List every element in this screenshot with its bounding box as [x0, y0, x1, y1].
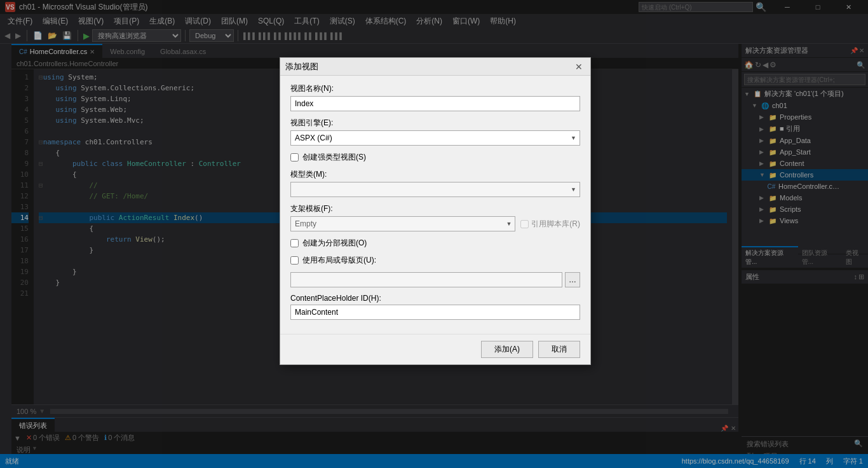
strong-typed-checkbox[interactable]	[290, 153, 299, 162]
view-name-label: 视图名称(N):	[290, 83, 580, 94]
master-page-checkbox[interactable]	[290, 256, 299, 265]
content-placeholder-input[interactable]	[290, 305, 580, 320]
master-page-row: 使用布局或母版页(U):	[290, 255, 580, 266]
partial-view-checkbox[interactable]	[290, 239, 299, 247]
scaffold-row: Empty Create Delete Details Edit List 引用…	[290, 216, 580, 231]
model-type-wrapper	[290, 182, 580, 197]
model-type-select[interactable]	[290, 182, 580, 197]
cancel-button[interactable]: 取消	[538, 341, 580, 358]
add-view-dialog: 添加视图 ✕ 视图名称(N): 视图引擎(E): ASPX (C#) Razor…	[280, 57, 591, 365]
dialog-title-text: 添加视图	[285, 61, 318, 72]
scaffold-group: 支架模板(F): Empty Create Delete Details Edi…	[290, 203, 580, 231]
view-engine-select[interactable]: ASPX (C#) Razor (C#) ASPX (VB) Razor (VB…	[290, 130, 580, 146]
dialog-body: 视图名称(N): 视图引擎(E): ASPX (C#) Razor (C#) A…	[280, 76, 590, 334]
strong-typed-row: 创建强类型视图(S)	[290, 152, 580, 163]
model-type-group: 模型类(M):	[290, 169, 580, 197]
master-page-input-group: …	[290, 272, 580, 287]
view-name-input[interactable]	[290, 96, 580, 111]
view-name-group: 视图名称(N):	[290, 83, 580, 111]
dialog-overlay: 添加视图 ✕ 视图名称(N): 视图引擎(E): ASPX (C#) Razor…	[0, 0, 868, 468]
add-button[interactable]: 添加(A)	[481, 341, 533, 358]
view-engine-wrapper: ASPX (C#) Razor (C#) ASPX (VB) Razor (VB…	[290, 130, 580, 146]
scaffold-wrapper: Empty Create Delete Details Edit List	[290, 216, 515, 231]
scaffold-label: 支架模板(F):	[290, 203, 580, 214]
master-page-browse-button[interactable]: …	[565, 272, 580, 287]
ref-script-row: 引用脚本库(R)	[520, 219, 580, 230]
ref-script-label: 引用脚本库(R)	[531, 219, 580, 230]
partial-view-label: 创建为分部视图(O)	[302, 238, 367, 249]
ref-script-checkbox[interactable]	[520, 220, 529, 228]
view-engine-label: 视图引擎(E):	[290, 118, 580, 128]
dialog-footer: 添加(A) 取消	[280, 334, 590, 364]
master-page-label: 使用布局或母版页(U):	[302, 255, 376, 266]
view-engine-group: 视图引擎(E): ASPX (C#) Razor (C#) ASPX (VB) …	[290, 118, 580, 146]
content-placeholder-group: ContentPlaceHolder ID(H):	[290, 294, 580, 320]
scaffold-select[interactable]: Empty Create Delete Details Edit List	[290, 216, 515, 231]
dialog-close-button[interactable]: ✕	[573, 60, 585, 73]
strong-typed-label: 创建强类型视图(S)	[302, 152, 366, 163]
master-page-input[interactable]	[290, 272, 562, 287]
content-placeholder-label: ContentPlaceHolder ID(H):	[290, 294, 580, 303]
dialog-title-bar: 添加视图 ✕	[280, 58, 590, 76]
model-type-label: 模型类(M):	[290, 169, 580, 180]
partial-view-row: 创建为分部视图(O)	[290, 238, 580, 249]
